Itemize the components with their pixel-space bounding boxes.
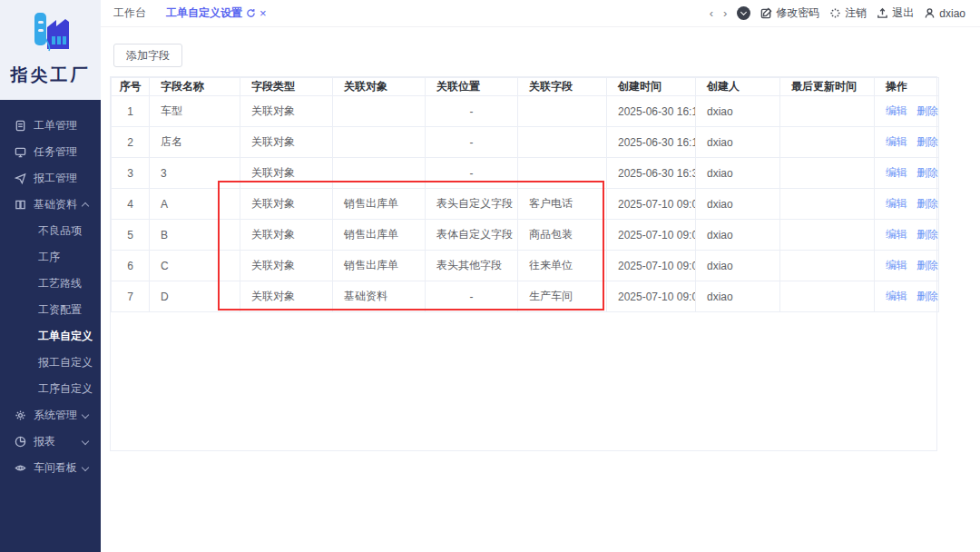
document-icon [15, 120, 26, 132]
sidebar-item-label: 报表 [34, 434, 55, 449]
cell-field-type: 关联对象 [240, 251, 333, 281]
col-header-related-object: 关联对象 [333, 78, 426, 96]
col-header-related-field: 关联字段 [518, 78, 607, 96]
edit-link[interactable]: 编辑 [886, 104, 907, 117]
sidebar-item-wage-config[interactable]: 工资配置 [0, 297, 101, 323]
username-label: dxiao [939, 7, 965, 20]
cell-actions: 编辑删除 [875, 158, 939, 189]
edit-link[interactable]: 编辑 [886, 290, 907, 302]
delete-link[interactable]: 删除 [916, 135, 938, 148]
delete-link[interactable]: 删除 [916, 104, 938, 117]
table-row: 2 店名 关联对象 - 2025-06-30 16:11:41 dxiao 编辑… [112, 127, 939, 158]
cell-creator: dxiao [696, 281, 780, 312]
col-header-field-name: 字段名称 [150, 78, 240, 96]
cell-created-time: 2025-06-30 16:11:28 [607, 96, 696, 127]
eye-icon [15, 462, 26, 474]
cell-related-field: 生产车间 [518, 281, 607, 312]
tab-workbench[interactable]: 工作台 [113, 5, 146, 21]
cell-field-name: 3 [150, 158, 240, 189]
edit-link[interactable]: 编辑 [886, 228, 907, 241]
exit-button[interactable]: 退出 [877, 5, 914, 21]
cell-field-name: B [150, 220, 240, 251]
cell-field-type: 关联对象 [240, 281, 333, 312]
cell-related-position: 表头其他字段 [426, 251, 518, 281]
table-row: 6 C 关联对象 销售出库单 表头其他字段 往来单位 2025-07-10 09… [112, 251, 939, 281]
cell-updated-time [780, 251, 875, 281]
collapse-circle-icon[interactable] [737, 6, 750, 20]
cell-created-time: 2025-07-10 09:08:00 [607, 281, 696, 312]
sidebar-item-label: 任务管理 [34, 144, 77, 160]
table-row: 1 车型 关联对象 - 2025-06-30 16:11:28 dxiao 编辑… [112, 96, 939, 127]
table-row: 7 D 关联对象 基础资料 - 生产车间 2025-07-10 09:08:00… [112, 281, 939, 312]
sidebar-item-task-mgmt[interactable]: 任务管理 [0, 139, 101, 165]
sidebar-item-process[interactable]: 工序 [0, 244, 101, 271]
cell-actions: 编辑删除 [875, 96, 939, 127]
table-row: 3 3 关联对象 - 2025-06-30 16:38:28 dxiao 编辑删… [112, 158, 939, 189]
sidebar-item-reports[interactable]: 报表 [0, 429, 101, 455]
sidebar-item-label: 工序 [38, 250, 60, 265]
sidebar-item-system-mgmt[interactable]: 系统管理 [0, 402, 101, 429]
cell-actions: 编辑删除 [875, 220, 939, 251]
tab-workorder-custom-settings[interactable]: 工单自定义设置 × [166, 5, 267, 21]
sidebar-item-label: 基础资料 [34, 197, 77, 212]
cell-related-position: - [426, 96, 518, 127]
cell-related-field [518, 96, 607, 127]
cell-related-field [518, 158, 607, 189]
close-tab-icon[interactable]: × [260, 7, 267, 19]
col-header-seq: 序号 [112, 78, 150, 96]
refresh-icon[interactable] [246, 8, 256, 18]
cell-related-field: 往来单位 [518, 251, 607, 281]
cell-updated-time [780, 220, 875, 251]
sidebar-item-work-order-mgmt[interactable]: 工单管理 [0, 113, 101, 139]
cell-created-time: 2025-06-30 16:38:28 [607, 158, 696, 189]
sidebar-item-reportwork-custom[interactable]: 报工自定义 [0, 350, 101, 376]
cell-updated-time [780, 281, 875, 312]
monitor-icon [15, 146, 26, 158]
sidebar-item-process-custom[interactable]: 工序自定义 [0, 376, 101, 402]
sidebar-item-workshop-board[interactable]: 车间看板 [0, 455, 101, 481]
table-header-row: 序号 字段名称 字段类型 关联对象 关联位置 关联字段 创建时间 创建人 最后更… [112, 78, 939, 96]
sidebar-item-label: 系统管理 [34, 408, 77, 423]
chevron-down-icon [82, 411, 89, 419]
cell-updated-time [780, 189, 875, 220]
edit-link[interactable]: 编辑 [886, 166, 907, 179]
cell-related-position: 表体自定义字段 [426, 220, 518, 251]
sidebar-item-label: 报工管理 [34, 171, 77, 186]
sidebar-item-report-work-mgmt[interactable]: 报工管理 [0, 165, 101, 192]
edit-link[interactable]: 编辑 [886, 259, 907, 271]
add-field-button[interactable]: 添加字段 [113, 44, 182, 67]
cell-field-type: 关联对象 [240, 127, 333, 158]
pie-chart-icon [15, 436, 26, 448]
logout-button[interactable]: 注销 [829, 5, 867, 21]
sidebar-item-basic-data[interactable]: 基础资料 [0, 192, 101, 218]
table-row: 5 B 关联对象 销售出库单 表体自定义字段 商品包装 2025-07-10 0… [112, 220, 939, 251]
user-menu[interactable]: dxiao [924, 7, 965, 20]
delete-link[interactable]: 删除 [916, 290, 938, 302]
cell-related-object: 销售出库单 [333, 251, 426, 281]
sidebar-item-process-route[interactable]: 工艺路线 [0, 271, 101, 297]
cell-related-object: 基础资料 [333, 281, 426, 312]
sidebar-item-workorder-custom[interactable]: 工单自定义 [0, 323, 101, 350]
cell-created-time: 2025-07-10 09:07:24 [607, 220, 696, 251]
edit-link[interactable]: 编辑 [886, 135, 907, 148]
cell-field-type: 关联对象 [240, 220, 333, 251]
delete-link[interactable]: 删除 [916, 166, 938, 179]
nav-back-icon[interactable]: ‹ [710, 7, 713, 19]
cell-creator: dxiao [696, 158, 780, 189]
send-icon [15, 172, 26, 184]
cell-actions: 编辑删除 [875, 127, 939, 158]
delete-link[interactable]: 删除 [916, 197, 938, 210]
nav-forward-icon[interactable]: › [723, 7, 727, 19]
custom-fields-table-container: 序号 字段名称 字段类型 关联对象 关联位置 关联字段 创建时间 创建人 最后更… [110, 76, 937, 451]
change-password-button[interactable]: 修改密码 [760, 5, 819, 21]
edit-link[interactable]: 编辑 [886, 197, 907, 210]
cell-actions: 编辑删除 [875, 251, 939, 281]
cell-creator: dxiao [696, 96, 780, 127]
cell-seq: 5 [112, 220, 150, 251]
col-header-created-time: 创建时间 [607, 78, 696, 96]
cell-field-name: A [150, 189, 240, 220]
cell-field-name: D [150, 281, 240, 312]
delete-link[interactable]: 删除 [916, 228, 938, 241]
sidebar-item-defect-items[interactable]: 不良品项 [0, 218, 101, 244]
delete-link[interactable]: 删除 [916, 259, 938, 271]
